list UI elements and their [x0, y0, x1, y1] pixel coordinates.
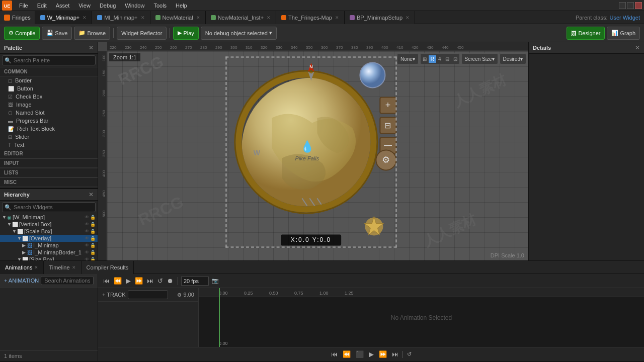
palette-item-checkbox[interactable]: ☑ Check Box — [0, 93, 98, 101]
hier-eye-w-minimap[interactable]: 👁 — [85, 215, 89, 220]
hier-lock-vbox[interactable]: 🔒 — [90, 222, 96, 227]
add-animation-button[interactable]: + ANIMATION — [4, 278, 39, 284]
desired-dropdown[interactable]: Desired ▾ — [500, 53, 526, 64]
tab-close-mi-minimap[interactable]: ✕ — [141, 15, 145, 20]
timeline-play-button[interactable]: ▶ — [125, 276, 132, 286]
hier-lock-sizebox1[interactable]: 🔒 — [90, 257, 96, 260]
hier-eye-imapborder[interactable]: 👁 — [85, 250, 89, 255]
hier-eye-iminimap[interactable]: 👁 — [85, 243, 89, 248]
tab-close-bp-minimap[interactable]: ✕ — [406, 15, 410, 20]
window-minimize[interactable] — [619, 2, 626, 9]
save-button[interactable]: 💾 Save — [42, 27, 72, 40]
menu-edit[interactable]: Edit — [33, 2, 51, 10]
hier-item-w-minimap[interactable]: ▼ ◉ [W_Minimap] 👁 🔒 — [0, 214, 98, 221]
hier-item-scale-box[interactable]: ▼ ⬜ [Scale Box] 👁 🔒 — [0, 228, 98, 235]
timeline-camera-button[interactable]: 📷 — [211, 277, 220, 285]
tab-timeline-close[interactable]: ✕ — [72, 265, 76, 270]
map-zoom-in-button[interactable]: + — [379, 97, 396, 114]
canvas-background[interactable]: RRCG 人人素材 RRCG 人人素材 Zoom 1:1 None ▾ ⊞ R … — [107, 51, 528, 260]
tab-new-material-inst[interactable]: NewMaterial_Inst+ ✕ — [206, 11, 276, 24]
canvas-align-left[interactable]: ⊞ — [421, 55, 429, 63]
hier-item-vertical-box[interactable]: ▼ ⬜ [Vertical Box] 👁 🔒 — [0, 221, 98, 228]
hier-eye-overlay[interactable]: 👁 — [85, 236, 89, 241]
pb-end-button[interactable]: ⏭ — [390, 349, 400, 359]
timeline-prev-button[interactable]: ⏪ — [113, 276, 123, 286]
menu-help[interactable]: Help — [172, 2, 191, 10]
compile-button[interactable]: ⚙ Compile — [4, 27, 40, 40]
graph-button[interactable]: 📊 Graph — [607, 27, 640, 40]
palette-item-button[interactable]: ⬜ Button — [0, 84, 98, 93]
tab-timeline[interactable]: Timeline ✕ — [44, 261, 81, 274]
palette-item-named-slot[interactable]: ⬡ Named Slot — [0, 109, 98, 117]
hier-item-i-minimap[interactable]: ▶ 🖼 I_Minimap 👁 🔒 — [0, 242, 98, 249]
timeline-record-button[interactable]: ⏺ — [166, 276, 175, 286]
pb-loop-button[interactable]: ↺ — [405, 350, 414, 358]
hierarchy-close-button[interactable]: ✕ — [89, 191, 94, 198]
menu-file[interactable]: File — [15, 2, 32, 10]
tab-close-new-material[interactable]: ✕ — [196, 15, 200, 20]
browse-button[interactable]: 📁 Browse — [74, 27, 110, 40]
map-gear-button[interactable]: ⚙ — [375, 149, 396, 170]
hier-item-imapborder[interactable]: ▶ 🖼 I_MinimapBorder_1 👁 🔒 — [0, 249, 98, 256]
menu-debug[interactable]: Debug — [96, 2, 120, 10]
timeline-rewind-button[interactable]: ⏮ — [102, 276, 111, 286]
hierarchy-search-input[interactable] — [2, 202, 96, 212]
animations-search-input[interactable] — [41, 276, 94, 285]
track-search-input[interactable] — [128, 290, 168, 299]
screen-size-dropdown[interactable]: Screen Size ▾ — [461, 53, 498, 64]
menu-asset[interactable]: Asset — [52, 2, 74, 10]
tab-w-minimap[interactable]: W_Minimap+ ✕ — [35, 11, 93, 24]
canvas-align-extra2[interactable]: ⊡ — [451, 55, 459, 63]
tab-bp-minimap[interactable]: BP_MinimapSetup ✕ — [345, 11, 415, 24]
palette-item-border[interactable]: ◻ Border — [0, 76, 98, 84]
timeline-next-button[interactable]: ⏩ — [134, 276, 144, 286]
hier-item-sizebox-1[interactable]: ▼ ⬜ [Size Box] 👁 🔒 — [0, 256, 98, 260]
tab-mi-minimap[interactable]: MI_Minimap+ ✕ — [92, 11, 150, 24]
tab-animations[interactable]: Animations ✕ — [0, 261, 44, 274]
palette-item-progress-bar[interactable]: ▬ Progress Bar — [0, 117, 98, 125]
hier-lock-imapborder[interactable]: 🔒 — [90, 250, 96, 255]
tab-compiler-results[interactable]: Compiler Results — [82, 261, 134, 274]
map-btn-extra[interactable]: ⊟ — [379, 117, 396, 134]
menu-view[interactable]: View — [74, 2, 95, 10]
tab-new-material[interactable]: NewMaterial ✕ — [150, 11, 206, 24]
canvas-none-dropdown[interactable]: None ▾ — [397, 53, 419, 64]
tab-fringes-map[interactable]: The_Fringes-Map ✕ — [276, 11, 345, 24]
pb-forward-button[interactable]: ⏩ — [377, 349, 389, 359]
hier-lock-iminimap[interactable]: 🔒 — [90, 243, 96, 248]
timeline-loop-button[interactable]: ↺ — [156, 276, 164, 286]
hier-lock-scalebox[interactable]: 🔒 — [90, 229, 96, 234]
tab-close-fringes-map[interactable]: ✕ — [335, 15, 339, 20]
window-maximize[interactable] — [627, 2, 634, 9]
hier-eye-sizebox1[interactable]: 👁 — [85, 257, 89, 260]
details-close-button[interactable]: ✕ — [635, 44, 640, 51]
hier-item-overlay[interactable]: ▼ ⬜ [Overlay] 👁 🔒 — [0, 235, 98, 242]
hier-eye-vbox[interactable]: 👁 — [85, 222, 89, 227]
tab-close-new-material-inst[interactable]: ✕ — [267, 15, 271, 20]
palette-item-slider[interactable]: ⊟ Slider — [0, 133, 98, 141]
canvas-align-extra[interactable]: ⊟ — [443, 55, 451, 63]
debug-object-dropdown[interactable]: No debug object selected ▾ — [201, 27, 277, 40]
palette-item-rich-text[interactable]: 📝 Rich Text Block — [0, 125, 98, 133]
pb-start-button[interactable]: ⏮ — [329, 349, 340, 359]
designer-button[interactable]: 🖼 Designer — [567, 27, 605, 40]
play-button[interactable]: ▶ Play — [173, 27, 198, 40]
widget-reflector-button[interactable]: Widget Reflector — [117, 27, 167, 40]
menu-tools[interactable]: Tools — [149, 2, 171, 10]
palette-item-image[interactable]: 🖼 Image — [0, 101, 98, 109]
pb-prev-button[interactable]: ⏪ — [341, 349, 353, 359]
palette-search-input[interactable] — [2, 55, 96, 65]
tab-animations-close[interactable]: ✕ — [34, 265, 38, 270]
hier-lock-w-minimap[interactable]: 🔒 — [90, 215, 96, 220]
canvas-align-num[interactable]: 4 — [436, 55, 443, 63]
pb-rewind-button[interactable]: ⬛ — [354, 349, 366, 359]
track-filter-icon[interactable]: ⚙ — [177, 292, 182, 298]
timeline-end-button[interactable]: ⏭ — [146, 276, 154, 286]
palette-item-text[interactable]: T Text — [0, 141, 98, 149]
canvas-align-right[interactable]: R — [429, 55, 436, 63]
menu-window[interactable]: Window — [121, 2, 148, 10]
hier-lock-overlay[interactable]: 🔒 — [90, 236, 96, 241]
pb-play2-button[interactable]: ▶ — [367, 349, 376, 359]
hier-eye-scalebox[interactable]: 👁 — [85, 229, 89, 234]
palette-close-button[interactable]: ✕ — [89, 44, 94, 51]
